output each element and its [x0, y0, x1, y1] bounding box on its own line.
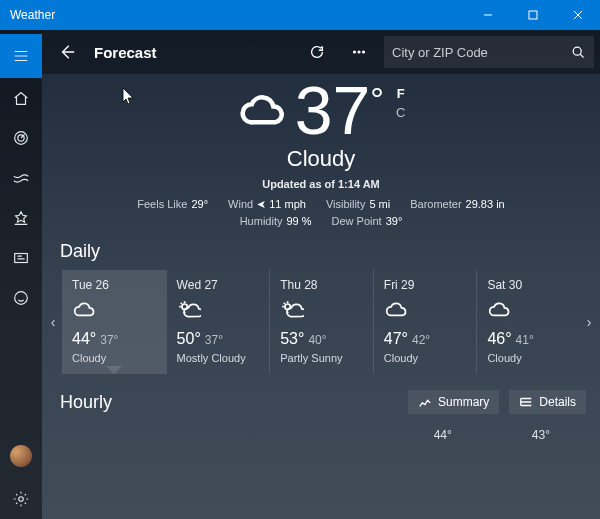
daily-date: Fri 29 [384, 278, 467, 292]
search-icon [570, 44, 586, 60]
search-input[interactable] [392, 45, 570, 60]
daily-date: Tue 26 [72, 278, 156, 292]
daily-temps: 53°40° [280, 330, 363, 348]
daily-temps: 46°41° [487, 330, 570, 348]
unit-fahrenheit[interactable]: F [396, 86, 405, 101]
nav-feedback[interactable] [0, 278, 42, 318]
daily-temps: 44°37° [72, 330, 156, 348]
window-close-button[interactable] [555, 0, 600, 30]
svg-point-10 [573, 47, 581, 55]
stat-barometer: Barometer29.83 in [410, 198, 505, 211]
svg-point-9 [363, 51, 365, 53]
svg-rect-4 [15, 254, 28, 263]
nav-settings[interactable] [0, 479, 42, 519]
hourly-heading: Hourly [60, 392, 112, 413]
svg-rect-1 [529, 11, 537, 19]
condition-icon [237, 76, 287, 140]
daily-condition: Mostly Cloudy [177, 352, 260, 364]
current-conditions: 37° F C Cloudy Updated as of 1:14 AM Fee… [42, 74, 600, 227]
daily-cloud-icon [72, 298, 156, 326]
daily-card[interactable]: Wed 2750°37°Mostly Cloudy [166, 270, 270, 374]
app-toolbar: Forecast [42, 30, 600, 74]
current-temperature: 37° [295, 76, 384, 144]
nav-favorites[interactable] [0, 198, 42, 238]
back-button[interactable] [50, 35, 84, 69]
hamburger-button[interactable] [0, 34, 42, 78]
daily-partly-icon [280, 298, 363, 326]
daily-partly-icon [177, 298, 260, 326]
stat-visibility: Visibility5 mi [326, 198, 390, 211]
svg-point-8 [358, 51, 360, 53]
daily-date: Wed 27 [177, 278, 260, 292]
hourly-temp-1: 43° [532, 428, 550, 442]
window-titlebar: Weather [0, 0, 600, 30]
daily-forecast-list: Tue 2644°37°CloudyWed 2750°37°Mostly Clo… [62, 270, 580, 374]
sidebar [0, 30, 42, 519]
daily-heading: Daily [60, 241, 600, 262]
current-condition-text: Cloudy [42, 146, 600, 172]
daily-cloud-icon [384, 298, 467, 326]
daily-condition: Partly Sunny [280, 352, 363, 364]
daily-condition: Cloudy [384, 352, 467, 364]
window-maximize-button[interactable] [510, 0, 555, 30]
page-title: Forecast [94, 44, 157, 61]
daily-date: Sat 30 [487, 278, 570, 292]
stat-feels-like: Feels Like29° [137, 198, 208, 211]
daily-condition: Cloudy [487, 352, 570, 364]
search-box[interactable] [384, 36, 594, 68]
daily-prev-button[interactable]: ‹ [44, 314, 62, 330]
daily-next-button[interactable]: › [580, 314, 598, 330]
user-avatar[interactable] [10, 445, 32, 467]
daily-condition: Cloudy [72, 352, 156, 364]
refresh-button[interactable] [300, 35, 334, 69]
hourly-preview: 44° 43° [42, 414, 600, 442]
nav-home[interactable] [0, 78, 42, 118]
unit-celsius[interactable]: C [396, 105, 405, 120]
hourly-temp-0: 44° [434, 428, 452, 442]
daily-card[interactable]: Sat 3046°41°Cloudy [476, 270, 580, 374]
daily-temps: 47°42° [384, 330, 467, 348]
daily-card[interactable]: Tue 2644°37°Cloudy [62, 270, 166, 374]
more-button[interactable] [342, 35, 376, 69]
updated-text: Updated as of 1:14 AM [42, 178, 600, 190]
nav-maps[interactable] [0, 158, 42, 198]
svg-point-5 [15, 292, 28, 305]
stat-humidity: Humidity99 % [240, 215, 312, 227]
stat-wind: Wind➤ 11 mph [228, 198, 306, 211]
daily-temps: 50°37° [177, 330, 260, 348]
svg-point-7 [354, 51, 356, 53]
daily-date: Thu 28 [280, 278, 363, 292]
svg-point-6 [19, 497, 24, 502]
nav-radar[interactable] [0, 118, 42, 158]
hourly-summary-button[interactable]: Summary [408, 390, 499, 414]
nav-news[interactable] [0, 238, 42, 278]
daily-card[interactable]: Fri 2947°42°Cloudy [373, 270, 477, 374]
stat-dewpoint: Dew Point39° [332, 215, 403, 227]
hourly-details-button[interactable]: Details [509, 390, 586, 414]
daily-card[interactable]: Thu 2853°40°Partly Sunny [269, 270, 373, 374]
window-title: Weather [10, 8, 465, 22]
window-minimize-button[interactable] [465, 0, 510, 30]
daily-cloud-icon [487, 298, 570, 326]
